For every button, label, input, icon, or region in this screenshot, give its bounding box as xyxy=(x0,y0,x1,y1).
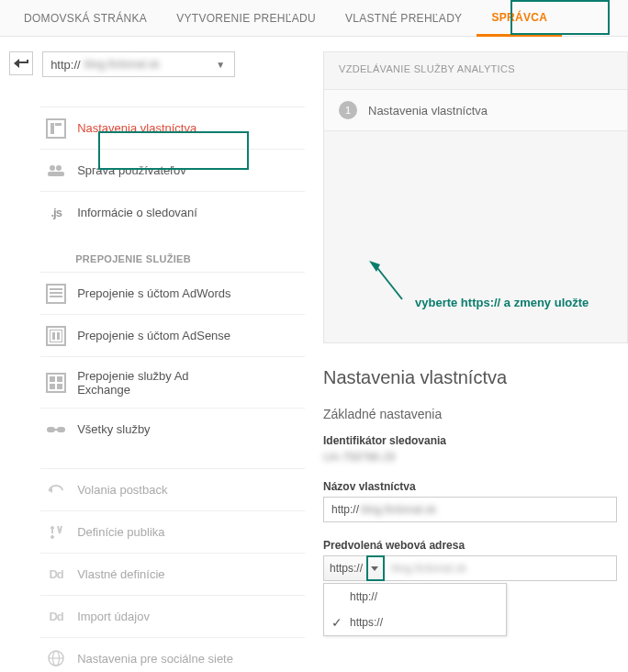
sidebar-item-audience-definitions[interactable]: Definície publika xyxy=(40,510,305,553)
sidebar-item-label: Prepojenie služby Ad Exchange xyxy=(77,369,215,397)
protocol-option-http[interactable]: http:// xyxy=(324,584,506,610)
training-step-row[interactable]: 1 Nastavenia vlastníctva xyxy=(324,89,627,131)
svg-marker-22 xyxy=(371,566,378,571)
caret-down-icon xyxy=(366,556,383,580)
nav-reporting[interactable]: VYTVORENIE PREHĽADU xyxy=(162,0,331,36)
sidebar-item-label: Import údajov xyxy=(77,610,150,623)
sidebar-item-label: Volania postback xyxy=(77,483,167,497)
step-label: Nastavenia vlastníctva xyxy=(368,104,488,118)
sidebar-item-label: Prepojenie s účtom AdSense xyxy=(77,329,230,342)
sidebar-item-all-products[interactable]: Všetky služby xyxy=(40,408,305,450)
sidebar-item-label: Vlastné definície xyxy=(77,567,164,581)
default-url-input[interactable]: blog.fictional.sk xyxy=(384,555,617,581)
globe-icon xyxy=(46,648,66,668)
default-url-row: https:// blog.fictional.sk xyxy=(323,555,617,581)
property-name-label: Názov vlastníctva xyxy=(323,480,628,493)
sidebar-item-property-settings[interactable]: Nastavenia vlastníctva xyxy=(40,106,305,149)
svg-rect-13 xyxy=(50,384,55,389)
settings-subtitle: Základné nastavenia xyxy=(323,407,628,421)
settings-panel: Nastavenia vlastníctva Základné nastaven… xyxy=(323,367,628,581)
property-selector-domain: blog.fictional.sk xyxy=(84,58,160,71)
ad-exchange-icon xyxy=(46,373,66,393)
default-url-domain: blog.fictional.sk xyxy=(391,562,466,575)
svg-rect-14 xyxy=(57,384,62,389)
sidebar-item-ad-exchange[interactable]: Prepojenie služby Ad Exchange xyxy=(40,356,305,408)
sidebar-item-adwords[interactable]: Prepojenie s účtom AdWords xyxy=(40,272,305,314)
protocol-select[interactable]: https:// xyxy=(323,555,384,581)
sidebar-item-label: Prepojenie s účtom AdWords xyxy=(77,286,230,300)
right-column: VZDELÁVANIE SLUŽBY ANALYTICS 1 Nastaveni… xyxy=(305,51,628,672)
sidebar-item-label: Definície publika xyxy=(77,525,164,539)
dd-icon: Dd xyxy=(46,607,66,627)
property-selector[interactable]: http:// blog.fictional.sk ▼ xyxy=(42,51,235,77)
back-button[interactable] xyxy=(9,51,33,75)
svg-rect-5 xyxy=(50,288,62,290)
svg-rect-4 xyxy=(48,172,64,176)
svg-rect-12 xyxy=(57,376,62,382)
postback-icon xyxy=(46,480,66,500)
sidebar-item-custom-definitions[interactable]: Dd Vlastné definície xyxy=(40,553,305,595)
caret-down-icon: ▼ xyxy=(216,60,225,70)
property-name-domain: blog.fictional.sk xyxy=(361,503,436,516)
svg-rect-6 xyxy=(50,292,62,294)
dd-icon: Dd xyxy=(46,565,66,585)
sidebar-item-postback[interactable]: Volania postback xyxy=(40,468,305,510)
property-settings-icon xyxy=(46,118,66,139)
left-column: http:// blog.fictional.sk ▼ Nastavenia v… xyxy=(40,51,305,672)
svg-rect-8 xyxy=(50,330,62,342)
sidebar-item-tracking-info[interactable]: .js Informácie o sledovaní xyxy=(40,191,305,233)
sidebar-item-data-import[interactable]: Dd Import údajov xyxy=(40,595,305,637)
property-selector-protocol: http:// xyxy=(50,58,81,72)
sidebar-item-label: Správa používateľov xyxy=(77,163,186,177)
step-number-badge: 1 xyxy=(339,101,357,119)
protocol-dropdown: http:// ✓ https:// xyxy=(323,583,507,636)
svg-rect-1 xyxy=(55,123,62,126)
users-icon xyxy=(46,161,66,181)
nav-admin[interactable]: SPRÁVCA xyxy=(477,0,562,37)
link-icon xyxy=(46,420,66,440)
svg-rect-17 xyxy=(52,429,60,431)
property-name-input[interactable]: http:// blog.fictional.sk xyxy=(323,497,617,522)
nav-home[interactable]: DOMOVSKÁ STRÁNKA xyxy=(9,0,162,36)
sidebar-item-user-management[interactable]: Správa používateľov xyxy=(40,149,305,191)
svg-rect-10 xyxy=(57,332,60,340)
sidebar-item-adsense[interactable]: Prepojenie s účtom AdSense xyxy=(40,314,305,356)
tracking-id-label: Identifikátor sledovania xyxy=(323,434,628,447)
adsense-icon xyxy=(46,326,66,346)
js-icon: .js xyxy=(46,203,66,223)
tracking-id-value: UA-759796-29 xyxy=(323,451,628,464)
svg-rect-7 xyxy=(50,296,62,297)
content-area: http:// blog.fictional.sk ▼ Nastavenia v… xyxy=(0,37,628,672)
svg-point-2 xyxy=(50,165,55,171)
nav-custom-reports[interactable]: VLASTNÉ PREHĽADY xyxy=(331,0,477,36)
svg-point-3 xyxy=(56,165,62,171)
sidebar-item-label: Informácie o sledovaní xyxy=(77,206,197,219)
sidebar: Nastavenia vlastníctva Správa používateľ… xyxy=(40,106,305,672)
protocol-option-label: http:// xyxy=(350,590,377,603)
sidebar-item-label: Nastavenia pre sociálne siete xyxy=(77,652,233,666)
protocol-option-label: https:// xyxy=(350,616,383,629)
sidebar-item-label: Všetky služby xyxy=(77,422,150,436)
protocol-option-https[interactable]: ✓ https:// xyxy=(324,610,506,635)
svg-rect-0 xyxy=(50,123,54,134)
adwords-icon xyxy=(46,284,66,304)
top-nav: DOMOVSKÁ STRÁNKA VYTVORENIE PREHĽADU VLA… xyxy=(0,0,628,37)
sidebar-item-label: Nastavenia vlastníctva xyxy=(77,121,196,135)
back-arrow-icon xyxy=(14,58,28,69)
property-name-protocol: http:// xyxy=(331,503,359,516)
default-url-label: Predvolená webová adresa xyxy=(323,539,628,552)
checkmark-icon: ✓ xyxy=(331,615,342,630)
sidebar-item-social-settings[interactable]: Nastavenia pre sociálne siete xyxy=(40,637,305,672)
annotation-text: vyberte https:// a zmeny uložte xyxy=(415,296,589,309)
audience-icon xyxy=(46,522,66,543)
settings-title: Nastavenia vlastníctva xyxy=(323,367,628,388)
services-section-title: PREPOJENIE SLUŽIEB xyxy=(40,233,305,272)
svg-rect-9 xyxy=(52,332,55,340)
training-header: VZDELÁVANIE SLUŽBY ANALYTICS xyxy=(324,52,627,89)
svg-rect-11 xyxy=(50,376,55,382)
protocol-select-value: https:// xyxy=(330,562,363,575)
